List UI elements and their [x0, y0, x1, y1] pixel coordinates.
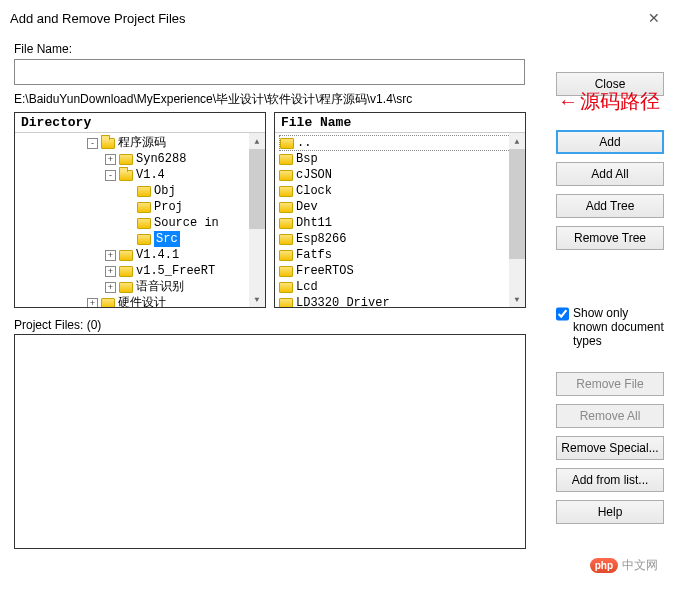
tree-item-label: 程序源码 — [118, 135, 166, 151]
tree-item-label: Syn6288 — [136, 151, 186, 167]
tree-item-label: V1.4 — [136, 167, 165, 183]
filelist-panel: File Name ..BspcJSONClockDevDht11Esp8266… — [274, 112, 526, 308]
help-button[interactable]: Help — [556, 500, 664, 524]
collapse-icon[interactable]: - — [105, 170, 116, 181]
folder-icon — [280, 138, 294, 149]
tree-item[interactable]: -程序源码 — [17, 135, 265, 151]
add-button[interactable]: Add — [556, 130, 664, 154]
tree-connector — [123, 234, 134, 245]
folder-icon — [279, 202, 293, 213]
tree-item[interactable]: Obj — [17, 183, 265, 199]
project-files-list[interactable] — [14, 334, 526, 549]
tree-item[interactable]: +语音识别 — [17, 279, 265, 295]
file-item-label: Lcd — [296, 279, 318, 295]
add-tree-button[interactable]: Add Tree — [556, 194, 664, 218]
tree-item[interactable]: +v1.5_FreeRT — [17, 263, 265, 279]
tree-item-label: V1.4.1 — [136, 247, 179, 263]
tree-item[interactable]: Source in — [17, 215, 265, 231]
folder-icon — [279, 186, 293, 197]
remove-tree-button[interactable]: Remove Tree — [556, 226, 664, 250]
folder-icon — [279, 266, 293, 277]
folder-icon — [279, 234, 293, 245]
file-name-label: File Name: — [14, 42, 546, 56]
folder-icon — [137, 234, 151, 245]
directory-tree[interactable]: -程序源码+Syn6288-V1.4ObjProjSource inSrc+V1… — [15, 133, 265, 307]
file-item[interactable]: Bsp — [279, 151, 525, 167]
tree-item-label: 语音识别 — [136, 279, 184, 295]
add-from-list-button[interactable]: Add from list... — [556, 468, 664, 492]
file-item-label: .. — [297, 135, 311, 151]
file-list[interactable]: ..BspcJSONClockDevDht11Esp8266FatfsFreeR… — [275, 133, 525, 307]
filelist-header: File Name — [275, 113, 525, 132]
tree-item[interactable]: -V1.4 — [17, 167, 265, 183]
folder-icon — [119, 250, 133, 261]
scroll-up-icon[interactable]: ▲ — [509, 133, 525, 149]
folder-icon — [119, 154, 133, 165]
file-item[interactable]: Dev — [279, 199, 525, 215]
tree-item[interactable]: +V1.4.1 — [17, 247, 265, 263]
tree-connector — [123, 186, 134, 197]
folder-icon — [119, 266, 133, 277]
file-item[interactable]: Lcd — [279, 279, 525, 295]
expand-icon[interactable]: + — [105, 154, 116, 165]
directory-panel: Directory -程序源码+Syn6288-V1.4ObjProjSourc… — [14, 112, 266, 308]
tree-item-label: v1.5_FreeRT — [136, 263, 215, 279]
expand-icon[interactable]: + — [105, 282, 116, 293]
scrollbar-vertical[interactable]: ▲ ▼ — [509, 133, 525, 307]
scroll-down-icon[interactable]: ▼ — [509, 291, 525, 307]
expand-icon[interactable]: + — [105, 250, 116, 261]
scrollbar-vertical[interactable]: ▲ ▼ — [249, 133, 265, 307]
close-icon[interactable]: ✕ — [638, 6, 670, 30]
remove-file-button[interactable]: Remove File — [556, 372, 664, 396]
file-item[interactable]: Clock — [279, 183, 525, 199]
annotation-text: 源码路径 — [558, 88, 660, 115]
collapse-icon[interactable]: - — [87, 138, 98, 149]
file-item[interactable]: cJSON — [279, 167, 525, 183]
folder-icon — [119, 170, 133, 181]
file-item[interactable]: .. — [279, 135, 519, 151]
window-title: Add and Remove Project Files — [10, 11, 186, 26]
watermark: php 中文网 — [590, 557, 658, 574]
tree-connector — [123, 202, 134, 213]
scroll-up-icon[interactable]: ▲ — [249, 133, 265, 149]
expand-icon[interactable]: + — [105, 266, 116, 277]
folder-icon — [137, 218, 151, 229]
remove-all-button[interactable]: Remove All — [556, 404, 664, 428]
file-item-label: cJSON — [296, 167, 332, 183]
tree-item-label: Src — [154, 231, 180, 247]
tree-item[interactable]: +Syn6288 — [17, 151, 265, 167]
show-only-known-label: Show only known document types — [573, 306, 666, 348]
tree-item[interactable]: Src — [17, 231, 265, 247]
scroll-thumb[interactable] — [249, 149, 265, 229]
watermark-text: 中文网 — [622, 557, 658, 574]
remove-special-button[interactable]: Remove Special... — [556, 436, 664, 460]
file-item[interactable]: Dht11 — [279, 215, 525, 231]
folder-icon — [101, 298, 115, 308]
file-item-label: Fatfs — [296, 247, 332, 263]
tree-item[interactable]: Proj — [17, 199, 265, 215]
file-name-input[interactable] — [14, 59, 525, 85]
folder-icon — [137, 186, 151, 197]
tree-item-label: Source in — [154, 215, 219, 231]
folder-icon — [119, 282, 133, 293]
file-item-label: Clock — [296, 183, 332, 199]
add-all-button[interactable]: Add All — [556, 162, 664, 186]
scroll-down-icon[interactable]: ▼ — [249, 291, 265, 307]
folder-icon — [279, 282, 293, 293]
file-item-label: LD3320_Driver — [296, 295, 390, 307]
file-item-label: Bsp — [296, 151, 318, 167]
file-item[interactable]: Fatfs — [279, 247, 525, 263]
php-badge: php — [590, 558, 618, 573]
expand-icon[interactable]: + — [87, 298, 98, 308]
tree-item-label: 硬件设计 — [118, 295, 166, 307]
file-item[interactable]: LD3320_Driver — [279, 295, 525, 307]
file-item[interactable]: Esp8266 — [279, 231, 525, 247]
tree-connector — [123, 218, 134, 229]
path-text: E:\BaiduYunDownload\MyExperience\毕业设计\软件… — [14, 91, 546, 108]
folder-icon — [279, 298, 293, 308]
tree-item[interactable]: +硬件设计 — [17, 295, 265, 307]
file-item[interactable]: FreeRTOS — [279, 263, 525, 279]
show-only-known-checkbox[interactable] — [556, 307, 569, 321]
folder-icon — [279, 154, 293, 165]
scroll-thumb[interactable] — [509, 149, 525, 259]
